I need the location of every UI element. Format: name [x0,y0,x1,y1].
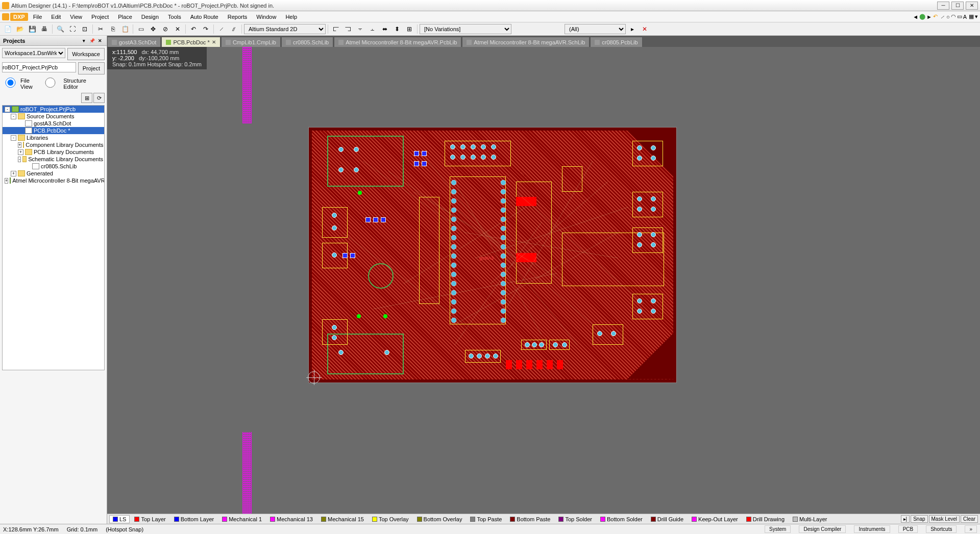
tree-node[interactable]: -Source Documents [3,113,104,120]
layer-tab[interactable]: Top Solder [555,515,596,523]
viewmode-select[interactable]: Altium Standard 2D [244,24,326,34]
connector[interactable] [632,192,663,217]
smd-pad[interactable] [516,253,536,262]
route-tool-icon[interactable]: ⟋ [216,23,227,35]
align-left-icon[interactable]: ⫍ [330,23,341,35]
deselect-icon[interactable]: ⊘ [160,23,171,35]
pcb-canvas[interactable]: x:111,500 dx: 44,700 mm y: -2,200 dy:-10… [107,47,980,514]
layer-scroll-icon[interactable]: ▸| [901,515,910,523]
smd-pad[interactable] [547,360,553,369]
document-tab[interactable]: Atmel Microcontroller 8-Bit megaAVR.PcbL… [334,37,461,47]
layer-tab[interactable]: LS [109,515,130,523]
filter-select[interactable]: (All) [565,24,626,34]
tree-node[interactable]: PCB.PcbDoc * [3,127,104,134]
layer-btn-mask-level[interactable]: Mask Level [929,515,960,523]
tree-node[interactable]: -Libraries [3,134,104,141]
connector[interactable] [593,324,623,345]
menu-file[interactable]: File [29,13,46,21]
distribute-v-icon[interactable]: ⬍ [391,23,403,35]
nav-up-icon[interactable]: ↶ [933,13,938,20]
workspace-button[interactable]: Workspace [67,48,105,60]
clear-icon[interactable]: ✕ [172,23,183,35]
menu-tools[interactable]: Tools [164,13,185,21]
connector[interactable] [521,340,547,350]
status-system[interactable]: System [765,525,791,533]
component-outline[interactable] [322,319,348,345]
menu-project[interactable]: Project [87,13,113,21]
layer-tab[interactable]: Top Layer [131,515,169,523]
document-tab[interactable]: cr0805.PcbLib [590,37,642,47]
smd-pad[interactable] [557,360,563,369]
layer-tab[interactable]: Top Paste [467,515,505,523]
print-icon[interactable]: 🖶 [39,23,50,35]
document-tab[interactable]: cr0805.SchLib [281,37,333,47]
tree-node[interactable]: +Generated [3,170,104,177]
layer-tab[interactable]: Drill Guide [647,515,687,523]
nav-home-icon[interactable]: ⬤ [919,13,925,20]
component-outline[interactable] [445,141,511,166]
move-icon[interactable]: ✥ [148,23,159,35]
layer-tab[interactable]: Bottom Overlay [413,515,466,523]
menu-reports[interactable]: Reports [224,13,252,21]
connector[interactable] [632,294,663,319]
nav-forward-icon[interactable]: ► [926,14,932,20]
filter-clear-icon[interactable]: ✕ [639,23,650,35]
menu-place[interactable]: Place [114,13,136,21]
route-icon[interactable]: ⟋ [940,14,945,20]
layer-btn-snap[interactable]: Snap [911,515,927,523]
menu-help[interactable]: Help [281,13,301,21]
smd-pad[interactable] [516,360,522,369]
connector[interactable] [632,141,663,166]
smd-pad[interactable] [526,360,532,369]
status-instruments[interactable]: Instruments [854,525,890,533]
component-outline[interactable] [327,136,404,187]
zoom-sel-icon[interactable]: ⊡ [79,23,90,35]
status-pcb[interactable]: PCB [898,525,918,533]
layer-tab[interactable]: Bottom Paste [506,515,554,523]
copy-icon[interactable]: ⎘ [107,23,118,35]
project-tree[interactable]: -roBOT_Project.PrjPcb-Source Documentsgo… [2,105,105,370]
layer-tab[interactable]: Drill Drawing [743,515,788,523]
layer-tab[interactable]: Mechanical 13 [266,515,316,523]
tree-node[interactable]: -roBOT_Project.PrjPcb [3,106,104,113]
menu-autoroute[interactable]: Auto Route [186,13,223,21]
variations-select[interactable]: [No Variations] [420,24,511,34]
tree-node[interactable]: +Component Library Documents [3,141,104,148]
layer-tab[interactable]: Mechanical 1 [218,515,265,523]
diff-pair-icon[interactable]: ⫽ [228,23,239,35]
undo-icon[interactable]: ↶ [188,23,199,35]
more-icon[interactable]: ▾ [975,13,978,20]
layer-tab[interactable]: Top Overlay [369,515,412,523]
filter-apply-icon[interactable]: ▸ [627,23,638,35]
cut-icon[interactable]: ✂ [95,23,106,35]
component-outline[interactable] [322,207,348,238]
menu-window[interactable]: Window [252,13,280,21]
layer-tab[interactable]: Bottom Layer [170,515,217,523]
layer-tab[interactable]: Mechanical 15 [317,515,368,523]
menu-dxp[interactable]: DXP [10,13,28,21]
fileview-radio[interactable]: File View [2,78,33,90]
layer-tab[interactable]: Keep-Out Layer [688,515,742,523]
align-bottom-icon[interactable]: ⫠ [367,23,378,35]
project-input[interactable] [2,62,76,72]
tree-node[interactable]: +PCB Library Documents [3,148,104,156]
document-tab[interactable]: PCB.PcbDoc *✕ [161,37,220,47]
grid-icon[interactable]: ⊞ [404,23,415,35]
document-tab[interactable]: gostA3.SchDot [107,37,161,47]
select-icon[interactable]: ▭ [135,23,146,35]
tree-btn2-icon[interactable]: ⟳ [93,93,105,103]
arc-icon[interactable]: ◠ [951,13,956,20]
smd-pad[interactable] [516,197,536,206]
connector[interactable] [632,227,663,253]
close-button[interactable]: ✕ [966,2,978,10]
rect-icon[interactable]: ▭ [957,13,962,20]
maximize-button[interactable]: ☐ [951,2,964,10]
redo-icon[interactable]: ↷ [200,23,211,35]
align-top-icon[interactable]: ⫟ [355,23,366,35]
menu-design[interactable]: Design [137,13,163,21]
panel-close-icon[interactable]: ✕ [96,37,104,44]
connector[interactable] [465,350,501,363]
tree-node[interactable]: cr0805.SchLib [3,163,104,170]
new-icon[interactable]: 📄 [2,23,13,35]
smd-pad[interactable] [506,360,512,369]
